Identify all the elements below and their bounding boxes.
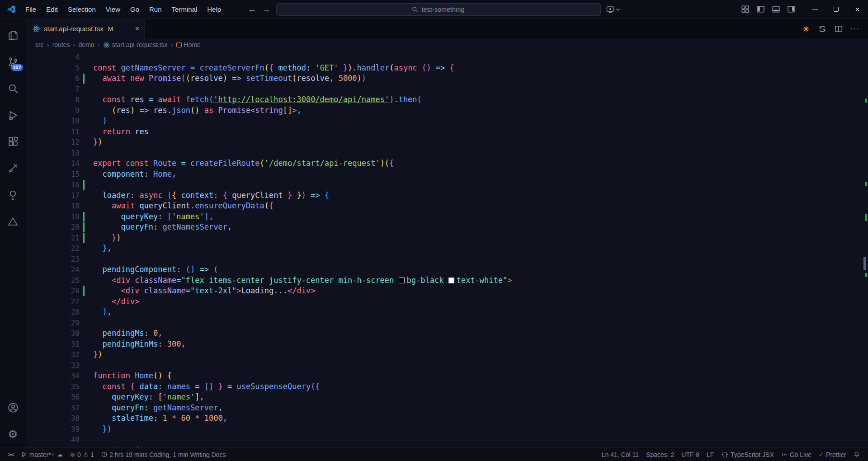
code-line[interactable]: 40 xyxy=(26,434,868,445)
menu-selection[interactable]: Selection xyxy=(63,0,101,19)
editor[interactable]: 45const getNamesServer = createServerFn(… xyxy=(26,51,868,447)
code-line[interactable]: 31 pendingMinMs: 300, xyxy=(26,339,868,350)
back-arrow-icon[interactable]: ← xyxy=(248,5,257,14)
open-changes-icon[interactable] xyxy=(816,22,829,36)
maximize-button[interactable] xyxy=(826,0,847,19)
toggle-panel-icon[interactable] xyxy=(768,0,783,19)
git-added-gutter xyxy=(80,212,93,222)
settings-gear-icon[interactable]: ⚙ xyxy=(0,421,26,447)
minimize-button[interactable] xyxy=(804,0,826,19)
menu-edit[interactable]: Edit xyxy=(41,0,63,19)
code-line[interactable]: 5const getNamesServer = createServerFn({… xyxy=(26,63,868,74)
gutter xyxy=(80,307,93,318)
code-line[interactable]: 30 pendingMs: 0, xyxy=(26,328,868,339)
code-line[interactable]: 11 return res xyxy=(26,127,868,137)
code-line[interactable]: 39 }) xyxy=(26,424,868,435)
split-editor-icon[interactable] xyxy=(832,22,845,36)
account-icon[interactable] xyxy=(0,394,26,421)
code-line[interactable]: 12}) xyxy=(26,137,868,148)
indentation[interactable]: Spaces: 2 xyxy=(642,451,678,458)
code-line[interactable]: 8 const res = await fetch('http://localh… xyxy=(26,94,868,105)
breadcrumb-demo[interactable]: demo xyxy=(79,41,94,48)
code-line[interactable]: 4 xyxy=(26,52,868,63)
code-line[interactable]: 35 const { data: names = [] } = useSuspe… xyxy=(26,381,868,392)
screencast-button[interactable] xyxy=(606,6,620,13)
git-branch-status[interactable]: master*+ ☁ xyxy=(17,451,66,458)
code-line[interactable]: 21 }) xyxy=(26,233,868,244)
tree-icon[interactable] xyxy=(0,182,26,208)
language-mode[interactable]: {} TypeScript JSX xyxy=(717,451,777,458)
bell-icon xyxy=(854,451,860,458)
code-line[interactable]: 24 pendingComponent: () => ( xyxy=(26,264,868,275)
code-line[interactable]: 32}) xyxy=(26,349,868,360)
code-line[interactable]: 13 xyxy=(26,148,868,159)
remote-indicator[interactable]: >< xyxy=(5,451,17,458)
code-line[interactable]: 27 </div> xyxy=(26,296,868,307)
code-line[interactable]: 33 xyxy=(26,360,868,371)
breadcrumb-src[interactable]: src xyxy=(35,41,44,48)
cursor-position[interactable]: Ln 41, Col 11 xyxy=(598,451,642,458)
brush-icon[interactable] xyxy=(0,155,26,182)
search-sidebar-icon[interactable] xyxy=(0,75,26,102)
code-line[interactable]: 14export const Route = createFileRoute('… xyxy=(26,158,868,169)
menu-file[interactable]: File xyxy=(20,0,41,19)
code-line[interactable]: 29 xyxy=(26,318,868,329)
customize-layout-icon[interactable] xyxy=(737,0,753,19)
code-line[interactable]: 23 xyxy=(26,254,868,265)
code-line[interactable]: 10 ) xyxy=(26,116,868,127)
breadcrumb-routes[interactable]: routes xyxy=(52,41,70,48)
menu-view[interactable]: View xyxy=(101,0,125,19)
code-line[interactable]: 25 <div className="flex items-center jus… xyxy=(26,275,868,286)
toggle-primary-sidebar-icon[interactable] xyxy=(753,0,768,19)
breadcrumb-symbol-home[interactable]: Home xyxy=(184,41,201,48)
code-line[interactable]: 36 queryKey: ['names'], xyxy=(26,392,868,403)
gutter xyxy=(80,264,93,275)
eol-sequence[interactable]: LF xyxy=(703,451,717,458)
change-mark xyxy=(865,273,867,277)
code-line[interactable]: 41 return ( xyxy=(26,445,868,448)
source-control-icon[interactable]: 107 xyxy=(0,48,26,75)
code-line[interactable]: 20 queryFn: getNamesServer, xyxy=(26,222,868,233)
code-line[interactable]: 17 loader: async ({ context: { queryClie… xyxy=(26,190,868,201)
menu-terminal[interactable]: Terminal xyxy=(167,0,203,19)
explorer-icon[interactable] xyxy=(0,22,26,48)
problems-status[interactable]: ⊗ 0 ⚠ 1 xyxy=(66,451,98,458)
code-line[interactable]: 38 staleTime: 1 * 60 * 1000, xyxy=(26,413,868,424)
forward-arrow-icon[interactable]: → xyxy=(262,5,271,14)
triangle-icon[interactable] xyxy=(0,208,26,235)
code-line[interactable]: 34function Home() { xyxy=(26,371,868,381)
wakatime-status[interactable]: 2 hrs 19 mins Coding, 1 min Writing Docs xyxy=(98,451,229,458)
code-line[interactable]: 37 queryFn: getNamesServer, xyxy=(26,403,868,414)
close-button[interactable]: ✕ xyxy=(847,0,868,19)
code-line[interactable]: 7 xyxy=(26,84,868,95)
gutter xyxy=(80,371,93,381)
notifications-bell[interactable] xyxy=(850,451,863,458)
toggle-secondary-sidebar-icon[interactable] xyxy=(783,0,799,19)
menu-go[interactable]: Go xyxy=(125,0,144,19)
line-number: 5 xyxy=(26,63,80,74)
code-line[interactable]: 16 xyxy=(26,179,868,190)
react-icon xyxy=(33,25,40,33)
tab-start-api-request[interactable]: start.api-request.tsx M ✕ xyxy=(26,19,145,38)
code-line[interactable]: 28 ), xyxy=(26,307,868,318)
code-line[interactable]: 22 }, xyxy=(26,243,868,254)
extensions-icon[interactable] xyxy=(0,128,26,155)
more-actions-icon[interactable]: ··· xyxy=(848,22,862,36)
run-debug-icon[interactable] xyxy=(0,102,26,128)
go-live-button[interactable]: Go Live xyxy=(778,451,815,458)
code-line[interactable]: 6 await new Promise((resolve) => setTime… xyxy=(26,73,868,84)
command-center-search[interactable]: test-something xyxy=(276,3,601,16)
code-line[interactable]: 19 queryKey: ['names'], xyxy=(26,212,868,222)
starburst-icon[interactable] xyxy=(799,22,813,36)
overview-ruler[interactable] xyxy=(862,51,868,447)
menu-run[interactable]: Run xyxy=(144,0,167,19)
menu-help[interactable]: Help xyxy=(202,0,226,19)
prettier-status[interactable]: ✓ Prettier xyxy=(815,451,850,458)
code-line[interactable]: 15 component: Home, xyxy=(26,169,868,180)
code-line[interactable]: 9 (res) => res.json() as Promise<string[… xyxy=(26,105,868,116)
encoding[interactable]: UTF-8 xyxy=(678,451,703,458)
code-line[interactable]: 26 <div className="text-2xl">Loading...<… xyxy=(26,286,868,296)
breadcrumb-file[interactable]: start.api-request.tsx xyxy=(112,41,168,48)
code-line[interactable]: 18 await queryClient.ensureQueryData({ xyxy=(26,201,868,212)
tab-close-icon[interactable]: ✕ xyxy=(135,25,140,32)
